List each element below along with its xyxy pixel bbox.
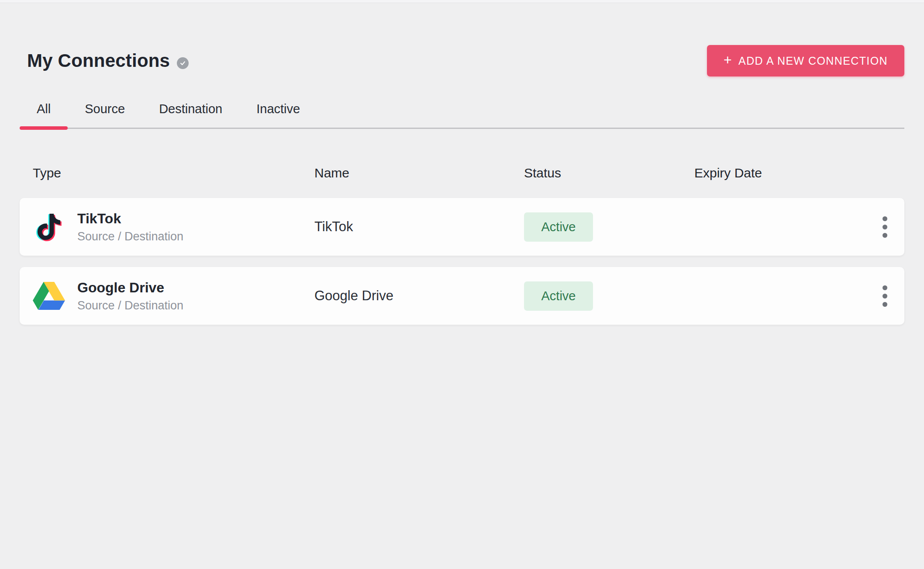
connections-list: TikTok Source / Destination TikTok Activ… bbox=[20, 198, 904, 325]
connection-type-subtitle: Source / Destination bbox=[77, 299, 183, 312]
row-actions-kebab-icon[interactable] bbox=[875, 212, 895, 242]
connection-name: TikTok bbox=[314, 219, 524, 235]
connection-name: Google Drive bbox=[314, 288, 524, 304]
page-title: My Connections bbox=[27, 50, 170, 71]
tab-source[interactable]: Source bbox=[68, 102, 142, 128]
filter-tabs: All Source Destination Inactive bbox=[20, 102, 904, 129]
row-actions-kebab-icon[interactable] bbox=[875, 281, 895, 311]
connection-type-title: TikTok bbox=[77, 211, 183, 227]
top-edge-strip bbox=[0, 0, 924, 3]
tab-all[interactable]: All bbox=[20, 102, 68, 128]
column-header-type: Type bbox=[33, 166, 314, 180]
column-header-name: Name bbox=[314, 166, 524, 180]
table-row: Google Drive Source / Destination Google… bbox=[20, 267, 904, 325]
status-badge: Active bbox=[524, 281, 593, 311]
page-header: My Connections + ADD A NEW CONNECTION bbox=[27, 45, 904, 76]
column-header-expiry-date: Expiry Date bbox=[694, 166, 865, 180]
tab-inactive[interactable]: Inactive bbox=[239, 102, 317, 128]
tab-destination[interactable]: Destination bbox=[142, 102, 239, 128]
tiktok-icon bbox=[33, 212, 65, 242]
add-new-connection-button[interactable]: + ADD A NEW CONNECTION bbox=[707, 45, 904, 76]
status-badge: Active bbox=[524, 212, 593, 242]
connection-type-title: Google Drive bbox=[77, 280, 183, 296]
add-new-connection-label: ADD A NEW CONNECTION bbox=[738, 55, 888, 67]
column-header-status: Status bbox=[524, 166, 694, 180]
plus-icon: + bbox=[724, 52, 732, 68]
table-row: TikTok Source / Destination TikTok Activ… bbox=[20, 198, 904, 256]
table-header-row: Type Name Status Expiry Date bbox=[20, 166, 904, 180]
check-circle-icon[interactable] bbox=[177, 57, 189, 69]
connection-type-subtitle: Source / Destination bbox=[77, 230, 183, 243]
google-drive-icon bbox=[33, 282, 65, 310]
